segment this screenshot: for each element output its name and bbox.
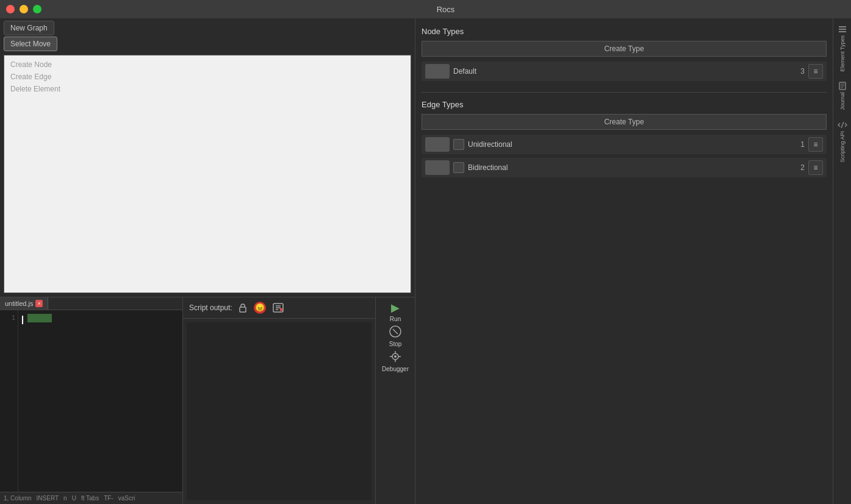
create-node-type-button[interactable]: Create Type	[422, 41, 827, 57]
code-highlight	[27, 314, 52, 322]
element-types-icon-item[interactable]: Element Types	[838, 24, 847, 71]
script-header: Script output: 😠	[183, 297, 375, 319]
close-button[interactable]	[6, 5, 15, 13]
toolbar-row-1: New Graph	[4, 21, 411, 37]
toolbar-row-2: Select Move	[4, 37, 411, 52]
line-numbers: 1	[0, 310, 18, 492]
status-ft: ft Tabs	[81, 495, 99, 502]
edge-type-count-unidirectional: 1	[800, 140, 805, 149]
error-icon-button[interactable]: 😠	[253, 301, 267, 314]
status-line: 1, Column	[4, 495, 32, 502]
graph-canvas[interactable]: Create Node Create Edge Delete Element	[4, 55, 411, 293]
scripting-api-label: Scripting API	[839, 131, 846, 163]
delete-element-item[interactable]: Delete Element	[8, 83, 63, 94]
debugger-label: Debugger	[382, 366, 409, 372]
close-tab-button[interactable]: ×	[35, 300, 43, 307]
clear-icon	[271, 301, 285, 314]
node-type-row-default: Default 3 ≡	[422, 62, 827, 81]
edge-type-row-bidirectional: Bidirectional 2 ≡	[422, 158, 827, 177]
edge-type-checkbox-unidirectional[interactable]	[453, 139, 464, 150]
status-tf: TF-	[104, 495, 113, 502]
edge-type-count-bidirectional: 2	[800, 163, 805, 172]
select-move-button[interactable]: Select Move	[4, 37, 57, 51]
stop-button[interactable]: Stop	[389, 325, 402, 347]
svg-point-12	[394, 355, 397, 358]
element-types-label: Element Types	[839, 35, 846, 71]
script-output-label: Script output:	[189, 303, 232, 312]
run-icon: ▶	[391, 301, 400, 314]
toolbar: New Graph Select Move	[0, 18, 415, 55]
scripting-api-icon-item[interactable]: Scripting API	[838, 120, 847, 163]
stop-svg-icon	[389, 325, 402, 338]
error-icon: 😠	[253, 301, 267, 314]
editor-status: 1, Column INSERT n U ft Tabs TF- vaScri	[0, 492, 182, 504]
script-panel: Script output: 😠	[183, 297, 375, 504]
node-type-name-default: Default	[453, 67, 797, 76]
code-area[interactable]	[18, 310, 182, 492]
maximize-button[interactable]	[33, 5, 41, 13]
status-u: U	[72, 495, 76, 502]
node-type-color-default[interactable]	[425, 64, 450, 79]
node-type-count-default: 3	[800, 67, 805, 76]
svg-rect-0	[240, 307, 246, 312]
editor-body: 1	[0, 310, 182, 492]
run-controls: ▶ Run Stop	[375, 297, 415, 504]
create-edge-type-button[interactable]: Create Type	[422, 114, 827, 130]
debugger-svg-icon	[389, 350, 402, 363]
line-number-1: 1	[2, 314, 15, 321]
node-type-settings-default[interactable]: ≡	[808, 64, 823, 79]
node-types-title: Node Types	[422, 27, 827, 36]
journal-icon	[838, 81, 847, 91]
svg-rect-19	[839, 31, 846, 32]
run-label: Run	[390, 316, 401, 322]
scripting-api-icon	[838, 120, 847, 130]
side-icons-panel: Element Types Journal Scripting API	[833, 18, 851, 504]
tab-label: untitled.js	[5, 300, 33, 307]
svg-line-24	[841, 122, 844, 128]
new-graph-button[interactable]: New Graph	[4, 21, 54, 35]
status-mode: INSERT	[37, 495, 59, 502]
app-title: Rocs	[46, 5, 845, 14]
status-va: vaScri	[118, 495, 135, 502]
main-layout: New Graph Select Move Create Node Create…	[0, 18, 851, 504]
element-types-icon	[838, 24, 847, 34]
right-panel: Node Types Create Type Default 3 ≡ Edge …	[415, 18, 851, 504]
properties-panel: Node Types Create Type Default 3 ≡ Edge …	[415, 18, 833, 504]
svg-rect-17	[839, 26, 846, 27]
svg-line-10	[393, 329, 398, 334]
editor-tab-untitled[interactable]: untitled.js ×	[0, 297, 48, 310]
create-edge-item[interactable]: Create Edge	[8, 71, 63, 82]
edge-type-name-bidirectional: Bidirectional	[468, 163, 797, 172]
edge-type-row-unidirectional: Unidirectional 1 ≡	[422, 135, 827, 154]
journal-icon-item[interactable]: Journal	[838, 81, 847, 110]
svg-text:😠: 😠	[255, 302, 265, 313]
bottom-section: untitled.js × 1 1, Column INSERT	[0, 297, 415, 504]
editor-tabs: untitled.js ×	[0, 297, 182, 310]
code-cursor	[22, 316, 23, 324]
stop-label: Stop	[389, 341, 402, 347]
edge-type-checkbox-bidirectional[interactable]	[453, 162, 464, 173]
lock-icon	[237, 302, 248, 313]
edge-types-title: Edge Types	[422, 100, 827, 109]
journal-label: Journal	[839, 92, 846, 110]
minimize-button[interactable]	[20, 5, 28, 13]
run-button[interactable]: ▶ Run	[390, 301, 401, 322]
stop-icon	[389, 325, 402, 339]
left-panel: New Graph Select Move Create Node Create…	[0, 18, 415, 504]
status-n: n	[63, 495, 67, 502]
svg-rect-18	[839, 29, 846, 30]
title-bar: Rocs	[0, 0, 851, 18]
edge-type-name-unidirectional: Unidirectional	[468, 140, 797, 149]
debugger-button[interactable]: Debugger	[382, 350, 409, 372]
edge-type-settings-bidirectional[interactable]: ≡	[808, 160, 823, 175]
edge-type-color-bidirectional[interactable]	[425, 160, 450, 175]
clear-icon-button[interactable]	[271, 301, 285, 314]
create-node-item[interactable]: Create Node	[8, 59, 63, 70]
lock-icon-button[interactable]	[237, 302, 248, 313]
edge-type-color-unidirectional[interactable]	[425, 137, 450, 152]
edge-type-settings-unidirectional[interactable]: ≡	[808, 137, 823, 152]
canvas-menu: Create Node Create Edge Delete Element	[4, 55, 66, 98]
debugger-icon	[389, 350, 402, 364]
code-editor: untitled.js × 1 1, Column INSERT	[0, 297, 183, 504]
types-divider	[422, 92, 827, 93]
